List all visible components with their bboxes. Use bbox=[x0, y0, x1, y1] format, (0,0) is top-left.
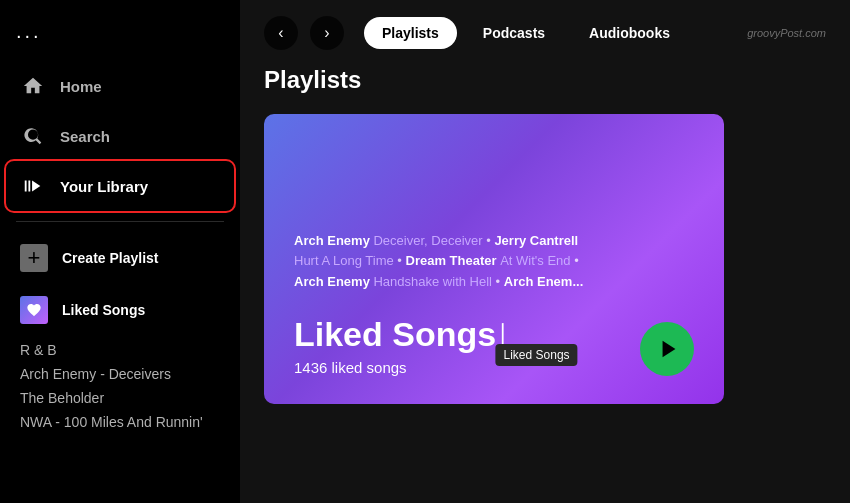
sidebar-actions: + Create Playlist Liked Songs bbox=[0, 234, 240, 334]
playlist-list: R & B Arch Enemy - Deceivers The Beholde… bbox=[0, 342, 240, 430]
track-artist-1: Arch Enemy bbox=[294, 233, 373, 248]
tab-podcasts[interactable]: Podcasts bbox=[465, 17, 563, 49]
sidebar-item-home[interactable]: Home bbox=[8, 63, 232, 109]
watermark: groovyPost.com bbox=[747, 27, 826, 39]
content-area: Playlists Arch Enemy Deceiver, Deceiver … bbox=[240, 66, 850, 503]
card-count: 1436 liked songs bbox=[294, 359, 520, 376]
sidebar-item-search-label: Search bbox=[60, 128, 110, 145]
search-icon bbox=[20, 123, 46, 149]
sidebar-item-your-library[interactable]: Your Library bbox=[8, 163, 232, 209]
sidebar: ··· Home Search bbox=[0, 0, 240, 503]
main-content: ‹ › Playlists Podcasts Audiobooks groovy… bbox=[240, 0, 850, 503]
track-artist-2: Jerry Cantrell bbox=[494, 233, 578, 248]
track-song-2: Hurt A Long Time bbox=[294, 253, 394, 268]
create-playlist-label: Create Playlist bbox=[62, 250, 159, 266]
tab-audiobooks[interactable]: Audiobooks bbox=[571, 17, 688, 49]
library-icon bbox=[20, 173, 46, 199]
sidebar-divider bbox=[16, 221, 224, 222]
sidebar-item-home-label: Home bbox=[60, 78, 102, 95]
home-icon bbox=[20, 73, 46, 99]
track-song-1: Deceiver, Deceiver bbox=[373, 233, 482, 248]
track-song-4: Handshake with Hell bbox=[373, 274, 492, 289]
liked-songs-icon bbox=[20, 296, 48, 324]
track-artist-5: Arch Enem... bbox=[504, 274, 583, 289]
create-playlist-icon: + bbox=[20, 244, 48, 272]
play-icon bbox=[658, 338, 680, 360]
card-tracks-text: Arch Enemy Deceiver, Deceiver • Jerry Ca… bbox=[294, 231, 694, 293]
sidebar-item-search[interactable]: Search bbox=[8, 113, 232, 159]
list-item[interactable]: R & B bbox=[20, 342, 220, 358]
cursor-pointer: ▏ bbox=[502, 323, 516, 345]
liked-songs-label: Liked Songs bbox=[62, 302, 145, 318]
liked-songs-item[interactable]: Liked Songs bbox=[8, 286, 232, 334]
track-song-3: At Wit's End bbox=[500, 253, 570, 268]
track-artist-4: Arch Enemy bbox=[294, 274, 373, 289]
sidebar-item-your-library-label: Your Library bbox=[60, 178, 148, 195]
options-dots[interactable]: ··· bbox=[0, 16, 240, 63]
play-button[interactable] bbox=[640, 322, 694, 376]
sidebar-nav: Home Search Your Library bbox=[0, 63, 240, 209]
tab-bar: Playlists Podcasts Audiobooks bbox=[364, 17, 688, 49]
list-item[interactable]: NWA - 100 Miles And Runnin' bbox=[20, 414, 220, 430]
section-title: Playlists bbox=[264, 66, 826, 94]
create-playlist-item[interactable]: + Create Playlist bbox=[8, 234, 232, 282]
liked-songs-card[interactable]: Arch Enemy Deceiver, Deceiver • Jerry Ca… bbox=[264, 114, 724, 404]
tab-playlists[interactable]: Playlists bbox=[364, 17, 457, 49]
back-button[interactable]: ‹ bbox=[264, 16, 298, 50]
card-title: Liked Songs bbox=[294, 317, 496, 351]
forward-button[interactable]: › bbox=[310, 16, 344, 50]
track-artist-3: Dream Theater bbox=[406, 253, 501, 268]
card-bottom: Liked Songs ▏ Liked Songs 1436 liked son… bbox=[294, 317, 694, 376]
svg-marker-0 bbox=[662, 341, 675, 358]
card-info: Liked Songs ▏ Liked Songs 1436 liked son… bbox=[294, 317, 520, 376]
list-item[interactable]: Arch Enemy - Deceivers bbox=[20, 366, 220, 382]
list-item[interactable]: The Beholder bbox=[20, 390, 220, 406]
tooltip: Liked Songs bbox=[496, 344, 578, 366]
topbar: ‹ › Playlists Podcasts Audiobooks groovy… bbox=[240, 0, 850, 66]
